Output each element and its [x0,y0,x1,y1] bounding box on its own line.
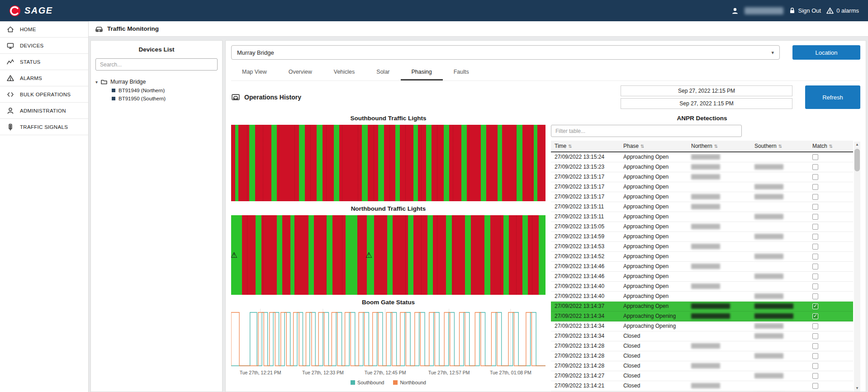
column-header-southern[interactable]: Southern⇅ [751,141,809,152]
southbound-boomgate-series [231,312,545,366]
green-signal-segment [446,215,452,295]
match-checkbox[interactable] [812,154,818,160]
tab-faults[interactable]: Faults [443,64,480,80]
match-checkbox[interactable] [812,244,818,250]
anpr-scrollbar[interactable]: ▲ ▼ [854,142,860,392]
match-checkbox[interactable] [812,343,818,349]
green-signal-segment [395,125,400,201]
location-select[interactable]: Murray Bridge ▾ [231,45,780,60]
table-row[interactable]: 27/09/2022 13:14:53Approaching Open [551,241,853,251]
tab-map-view[interactable]: Map View [231,64,278,80]
table-row[interactable]: 27/09/2022 13:14:27Closed [551,371,853,381]
tab-phasing[interactable]: Phasing [401,64,443,80]
cell-southern-plate [751,231,809,241]
sidebar-item-status[interactable]: STATUS [0,54,88,70]
match-checkbox[interactable] [812,373,818,379]
match-checkbox[interactable] [812,333,818,339]
table-row[interactable]: 27/09/2022 13:14:40Approaching Open [551,281,853,291]
anpr-filter-input[interactable] [551,125,742,137]
match-checkbox[interactable] [812,164,818,170]
tab-vehicles[interactable]: Vehicles [323,64,366,80]
match-checkbox[interactable] [812,383,818,389]
alarms-indicator[interactable]: 0 alarms [826,7,859,14]
cell-northern-plate [688,261,751,271]
sort-icon: ⇅ [778,144,782,149]
table-row[interactable]: 27/09/2022 13:14:37Approaching Open [551,301,853,311]
table-row[interactable]: 27/09/2022 13:15:05Approaching Open [551,222,853,231]
cell-match [809,281,853,291]
cell-match [809,162,853,172]
refresh-button[interactable]: Refresh [805,85,860,109]
table-row[interactable]: 27/09/2022 13:14:46Approaching Open [551,271,853,281]
tree-collapse-caret-icon[interactable]: ▾ [95,80,98,85]
cell-phase: Approaching Opening [620,311,688,321]
match-checkbox[interactable] [812,184,818,190]
match-checkbox[interactable] [812,353,818,359]
sidebar-item-alarms[interactable]: ALARMS [0,70,88,86]
column-header-phase[interactable]: Phase⇅ [620,141,688,152]
tree-node-murray-bridge[interactable]: ▾ Murray Bridge [95,79,218,85]
match-checkbox[interactable] [812,254,818,260]
match-checkbox[interactable] [812,234,818,240]
table-row[interactable]: 27/09/2022 13:15:24Approaching Open [551,152,853,162]
match-checkbox[interactable] [812,214,818,220]
match-checkbox[interactable] [812,264,818,269]
table-row[interactable]: 27/09/2022 13:15:11Approaching Open [551,202,853,212]
match-checkbox[interactable] [812,293,818,299]
match-checkbox[interactable] [812,274,818,279]
match-checkbox[interactable] [812,224,818,230]
table-row[interactable]: 27/09/2022 13:14:34Closed [551,331,853,341]
green-signal-segment [290,215,295,295]
table-row[interactable]: 27/09/2022 13:14:34Approaching Opening [551,321,853,331]
table-row[interactable]: 27/09/2022 13:14:28Closed [551,351,853,361]
tree-node-bt91950[interactable]: BT91950 (Southern) [95,93,218,101]
table-row[interactable]: 27/09/2022 13:14:28Closed [551,341,853,351]
cell-match [809,271,853,281]
sidebar-item-traffic-signals[interactable]: TRAFFIC SIGNALS [0,119,88,135]
match-checkbox[interactable] [812,204,818,210]
table-row[interactable]: 27/09/2022 13:15:17Approaching Open [551,182,853,192]
tab-overview[interactable]: Overview [278,64,323,80]
match-checkbox[interactable] [812,313,818,319]
match-checkbox[interactable] [812,194,818,200]
x-axis-tick-label: Tue 27th, 12:57 PM [428,370,470,375]
table-row[interactable]: 27/09/2022 13:14:59Approaching Open [551,231,853,241]
date-from-input[interactable]: Sep 27, 2022 12:15 PM [621,85,792,96]
table-row[interactable]: 27/09/2022 13:15:17Approaching Open [551,192,853,202]
table-row[interactable]: 27/09/2022 13:15:17Approaching Open [551,172,853,182]
sidebar-item-bulk-operations[interactable]: BULK OPERATIONS [0,86,88,103]
scroll-down-arrow-icon[interactable]: ▼ [854,385,860,392]
tree-node-bt91949[interactable]: BT91949 (Northern) [95,85,218,93]
match-checkbox[interactable] [812,174,818,180]
sidebar-item-administration[interactable]: ADMINISTRATION [0,103,88,119]
match-checkbox[interactable] [812,303,818,309]
table-row[interactable]: 27/09/2022 13:14:40Approaching Open [551,291,853,301]
scroll-up-arrow-icon[interactable]: ▲ [854,142,860,148]
location-button[interactable]: Location [792,45,860,60]
scrollbar-thumb[interactable] [854,149,860,171]
devices-search-input[interactable] [95,58,218,71]
date-to-input[interactable]: Sep 27, 2022 1:15 PM [621,98,792,109]
sidebar-item-devices[interactable]: DEVICES [0,38,88,54]
table-row[interactable]: 27/09/2022 13:14:34Approaching Opening [551,311,853,321]
operations-title: Operations History [244,94,301,101]
cell-phase: Closed [620,371,688,381]
column-header-match[interactable]: Match⇅ [809,141,853,152]
match-checkbox[interactable] [812,283,818,289]
table-row[interactable]: 27/09/2022 13:14:52Approaching Open [551,251,853,261]
table-row[interactable]: 27/09/2022 13:15:23Approaching Open [551,162,853,172]
column-header-time[interactable]: Time⇅ [551,141,620,152]
table-row[interactable]: 27/09/2022 13:15:11Approaching Open [551,212,853,222]
green-signal-segment [249,125,255,201]
sidebar-item-home[interactable]: HOME [0,21,88,38]
tab-solar[interactable]: Solar [365,64,400,80]
table-row[interactable]: 27/09/2022 13:14:21Closed [551,391,853,392]
table-row[interactable]: 27/09/2022 13:14:21Closed [551,381,853,391]
match-checkbox[interactable] [812,323,818,329]
sign-out-button[interactable]: Sign Out [789,7,821,14]
legend-swatch [351,380,355,385]
column-header-northern[interactable]: Northern⇅ [688,141,751,152]
match-checkbox[interactable] [812,363,818,369]
table-row[interactable]: 27/09/2022 13:14:46Approaching Open [551,261,853,271]
table-row[interactable]: 27/09/2022 13:14:28Closed [551,361,853,371]
